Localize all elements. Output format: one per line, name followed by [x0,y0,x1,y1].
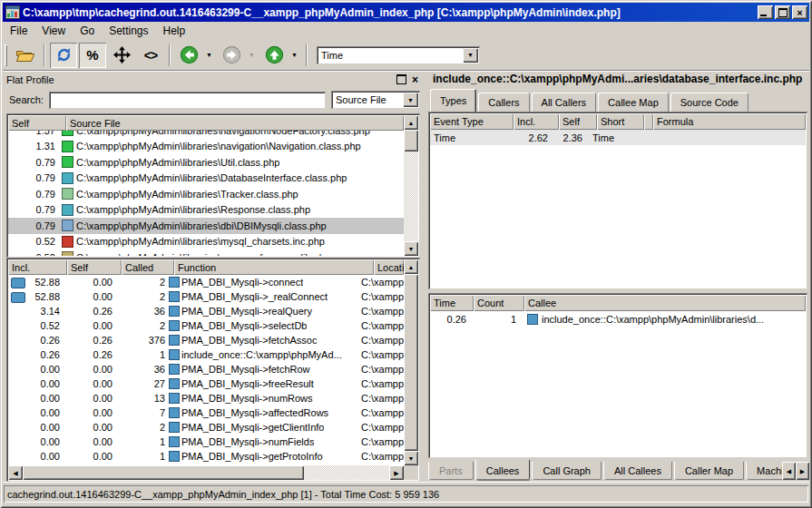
scroll-down-button[interactable]: ▼ [404,241,418,256]
detail-tab[interactable]: Callee Map [598,93,669,112]
scroll-down-button[interactable]: ▼ [404,451,418,465]
scroll-up-button[interactable]: ▲ [404,115,418,130]
function-row[interactable]: 0.52 0.00 2 PMA_DBI_Mysqli->selectDb C:\… [8,318,404,333]
self-cost-cell: 0.26 [65,347,120,362]
column-header-time[interactable]: Time [430,295,474,311]
combo-dropdown-button[interactable]: ▼ [403,93,418,107]
minimize-button[interactable] [758,5,773,19]
source-file-row[interactable]: 0.79 C:\xampp\phpMyAdmin\libraries\Util.… [8,154,404,171]
location-cell: C:\xampp\phpMy... [361,422,404,433]
scroll-thumb[interactable] [23,465,304,480]
detail-tab[interactable]: All Callers [532,93,597,112]
function-row[interactable]: 0.00 0.00 1 PMA_DBI_Mysqli->numFields C:… [8,435,404,449]
menu-item[interactable]: Settings [102,23,155,39]
function-row[interactable]: 0.26 0.26 1 include_once::C:\xampp\phpMy… [8,347,404,362]
column-header-self[interactable]: Self [67,259,122,275]
column-header-callee[interactable]: Callee [524,295,806,311]
refresh-icon [55,46,73,64]
function-table-vscrollbar[interactable]: ▲ ▼ [404,259,418,465]
group-by-select[interactable]: Source File ▼ [331,91,420,109]
expand-button[interactable] [108,43,135,68]
column-header-event-type[interactable]: Event Type [430,113,514,130]
column-header-self[interactable]: Self [8,115,66,131]
source-file-row[interactable]: 0.79 C:\xampp\phpMyAdmin\libraries\Track… [8,186,404,202]
function-row[interactable]: 0.00 0.00 2 PMA_DBI_Mysqli->getClientInf… [8,420,404,435]
event-type-select[interactable]: Time ▼ [317,46,480,64]
scroll-thumb[interactable] [404,274,418,451]
up-history-dropdown[interactable]: ▼ [289,43,300,68]
detail-bottom-tab[interactable]: Call Graph [532,462,602,480]
toolbar-grip[interactable] [5,44,7,66]
scroll-left-button[interactable]: ◀ [8,465,23,480]
detail-bottom-tab[interactable]: Caller Map [674,462,744,480]
close-panel-icon[interactable]: × [412,75,418,84]
tab-scroll-right-button[interactable]: ▶ [796,462,809,480]
percent-icon: % [86,47,98,63]
menu-item[interactable]: View [34,23,73,39]
back-button[interactable] [175,43,202,68]
location-cell: C:\xampp\phpMy... [361,364,404,375]
function-row[interactable]: 0.00 0.00 1 PMA_DBI_Mysqli->getProtoInfo… [8,449,404,464]
scroll-up-button[interactable]: ▲ [404,259,418,274]
self-cost-cell: 0.00 [65,420,120,435]
function-row[interactable]: 0.26 0.26 376 PMA_DBI_Mysqli->fetchAssoc… [8,333,404,347]
close-button[interactable]: × [792,5,807,19]
function-row[interactable]: 0.00 0.00 36 PMA_DBI_Mysqli->fetchRow C:… [8,362,404,376]
back-history-dropdown[interactable]: ▼ [203,43,215,68]
called-count-cell: 2 [120,275,169,289]
function-row[interactable]: 52.88 0.00 2 PMA_DBI_Mysqli->connect C:\… [8,275,404,289]
column-header-self[interactable]: Self [559,113,597,130]
source-file-row[interactable]: 0.52 C:\xampp\phpMyAdmin\libraries\user_… [8,249,404,256]
menu-item[interactable]: Go [73,23,102,39]
scroll-right-button[interactable]: ▶ [389,465,404,480]
open-file-button[interactable] [12,43,39,68]
titlebar[interactable]: C:\xampp\tmp\cachegrind.out.1416463299-C… [3,3,809,22]
source-file-row[interactable]: 0.79 C:\xampp\phpMyAdmin\libraries\dbi\D… [8,218,404,234]
menu-item[interactable]: File [3,23,34,39]
combo-dropdown-button[interactable]: ▼ [463,48,478,63]
function-row[interactable]: 52.88 0.00 2 PMA_DBI_Mysqli->_realConnec… [8,289,404,304]
function-row[interactable]: 3.14 0.26 36 PMA_DBI_Mysqli->realQuery C… [8,304,404,318]
function-row[interactable]: 0.00 0.00 27 PMA_DBI_Mysqli->freeResult … [8,376,404,391]
forward-history-dropdown[interactable]: ▼ [246,43,258,68]
function-row[interactable]: 0.00 0.00 13 PMA_DBI_Mysqli->numRows C:\… [8,391,404,405]
column-header-spacer[interactable] [644,113,653,130]
detail-bottom-tab[interactable]: All Callees [603,462,672,480]
detail-bottom-tab[interactable]: Callees [475,460,531,481]
source-file-row[interactable]: 1.31 C:\xampp\phpMyAdmin\libraries\navig… [8,139,404,155]
scroll-thumb[interactable] [404,130,418,151]
column-header-incl[interactable]: Incl. [8,259,67,275]
cycle-detection-button[interactable] [50,43,77,68]
detail-tab[interactable]: Callers [478,93,529,112]
callee-row[interactable]: 0.26 1 include_once::C:\xampp\phpMyAdmin… [430,311,806,327]
detail-tab[interactable]: Source Code [670,93,748,112]
source-file-row[interactable]: 0.79 C:\xampp\phpMyAdmin\libraries\Respo… [8,202,404,219]
menu-item[interactable]: Help [156,23,193,39]
column-header-source-file[interactable]: Source File [66,115,404,131]
up-button[interactable] [260,43,288,68]
column-header-called[interactable]: Called [122,259,174,275]
relative-percent-button[interactable]: % [79,43,106,68]
column-header-incl[interactable]: Incl. [514,113,559,130]
forward-button[interactable] [218,43,245,68]
function-table-hscrollbar[interactable]: ◀ ▶ [8,465,404,480]
search-input[interactable] [49,92,326,109]
shorten-templates-button[interactable]: <> [137,43,164,68]
tab-scroll-left-button[interactable]: ◀ [782,462,796,480]
source-list-vscrollbar[interactable]: ▲ ▼ [404,115,418,256]
statusbar: cachegrind.out.1416463299-C__xampp_phpMy… [3,482,809,505]
column-header-function[interactable]: Function [174,259,374,275]
column-header-location[interactable]: Location [374,259,404,275]
source-file-row[interactable]: 1.37 C:\xampp\phpMyAdmin\libraries\navig… [8,131,404,139]
event-type-row[interactable]: Time 2.62 2.36 Time [430,130,806,145]
detail-tab[interactable]: Types [430,89,476,112]
column-header-short[interactable]: Short [597,113,644,130]
function-row[interactable]: 0.00 0.00 7 PMA_DBI_Mysqli->affectedRows… [8,405,404,420]
column-header-count[interactable]: Count [474,295,524,311]
column-header-formula[interactable]: Formula [653,113,806,130]
float-panel-icon[interactable] [396,74,406,84]
source-file-row[interactable]: 0.79 C:\xampp\phpMyAdmin\libraries\Datab… [8,171,404,187]
detail-bottom-tab[interactable]: Parts [428,462,474,480]
maximize-button[interactable] [775,5,790,19]
source-file-row[interactable]: 0.52 C:\xampp\phpMyAdmin\libraries\mysql… [8,234,404,250]
